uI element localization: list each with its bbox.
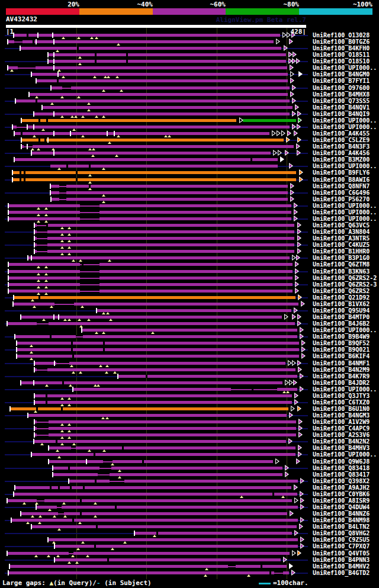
hit-label[interactable]: UniRef100_B4NM98 [313,517,370,523]
hit-label[interactable]: UniRef100_O97600 [313,85,370,91]
hsp-bar[interactable] [52,473,282,476]
hit-label[interactable]: UniRef100_B0TGZ6 [313,38,370,45]
hit-label[interactable]: UniRef100_A4K456 [313,150,370,156]
hsp-bar[interactable] [41,106,293,109]
hit-label[interactable]: UniRef100_O13028 [313,32,370,38]
hsp-bar[interactable] [34,230,294,233]
hsp-bar[interactable] [48,460,273,463]
hit-label[interactable]: UniRef100_Q3JTY3 [313,393,370,399]
hit-label[interactable]: UniRef100_B4NQV1 [313,104,370,111]
hit-label[interactable]: UniRef100_A4K455 [313,130,370,137]
hsp-bar[interactable] [8,204,291,207]
hit-label[interactable]: UniRef100_A3N804 [313,229,370,235]
hsp-bar[interactable] [34,433,296,436]
hsp-bar[interactable] [7,322,295,325]
hit-label[interactable]: UniRef100_C9Z5U5 [313,536,370,543]
hit-label[interactable]: UniRef100_UPI000.. [313,203,377,209]
hsp-bar[interactable] [9,565,287,568]
hsp-bar[interactable] [20,316,282,319]
hit-label[interactable]: UniRef100_B9QF52 [313,340,370,346]
hsp-bar[interactable] [50,198,288,201]
hit-label[interactable]: UniRef100_B9Q021 [313,346,370,353]
hit-label[interactable]: UniRef100_B1VX62 [313,301,370,307]
hsp-bar[interactable] [16,342,299,345]
hit-label[interactable]: UniRef100_A2S3V6 [313,432,370,438]
hit-label[interactable]: UniRef100_C7PXQ7 [313,543,370,550]
hsp-bar[interactable] [34,250,294,253]
hit-label[interactable]: UniRef100_B4JDR2 [313,380,370,386]
hit-label[interactable]: UniRef100_O18510 [313,58,370,65]
hsp-bar[interactable] [21,119,236,122]
hsp-bar[interactable] [16,355,299,358]
hsp-bar[interactable] [8,270,293,273]
hsp-bar[interactable] [68,480,298,483]
hit-label[interactable]: UniRef100_B6KIF4 [313,353,370,359]
hsp-bar[interactable] [34,243,294,246]
hsp-bar[interactable] [8,263,293,266]
hsp-bar[interactable] [36,79,288,82]
hit-label[interactable]: UniRef100_B4MHV3 [313,445,370,451]
hsp-bar[interactable] [31,453,296,456]
hsp-bar-segment[interactable] [243,119,296,122]
hit-label[interactable]: UniRef100_B3MZ00 [313,156,370,163]
hsp-bar[interactable] [9,407,288,410]
hit-label[interactable]: UniRef100_B7FYI1 [313,78,370,84]
hsp-bar[interactable] [15,99,290,102]
hsp-bar[interactable] [47,538,298,541]
hsp-bar[interactable] [47,53,286,56]
hsp-bar[interactable] [31,73,288,76]
hsp-bar[interactable] [34,420,296,423]
hit-label[interactable]: UniRef100_B4NMF1 [313,360,370,367]
hit-label[interactable]: UniRef100_B4MTP0 [313,314,370,320]
hsp-bar[interactable] [8,217,291,220]
hit-label[interactable]: UniRef100_B3P1G0 [313,255,370,261]
hit-label[interactable]: UniRef100_C0YBK6 [313,491,370,497]
hit-label[interactable]: UniRef100_UPI000.. [313,163,377,169]
hsp-bar[interactable] [81,329,297,332]
hit-label[interactable]: UniRef100_B6U1N0 [313,406,370,412]
hsp-bar[interactable] [117,375,297,378]
hit-label[interactable]: UniRef100_O18511 [313,52,370,58]
hit-label[interactable]: UniRef100_Q6ZTM8 [313,261,370,268]
hit-label[interactable]: UniRef100_C6G496 [313,189,370,196]
hit-label[interactable]: UniRef100_B4N2N2 [313,438,370,445]
hsp-bar[interactable] [21,139,284,142]
hit-label[interactable]: UniRef100_UPI000.. [313,124,377,130]
hit-label[interactable]: UniRef100_A3NTR5 [313,235,370,242]
hit-label[interactable]: UniRef100_C5LZE9 [313,137,370,143]
hsp-bar[interactable] [54,558,281,561]
hit-label[interactable]: UniRef100_Q4VT05 [313,550,370,557]
hsp-bar[interactable] [8,290,293,293]
hsp-bar[interactable] [7,40,274,43]
hit-label[interactable]: UniRef100_Q4DUW4 [313,504,370,510]
hsp-bar[interactable] [31,152,271,155]
hsp-bar[interactable] [50,191,288,194]
hit-label[interactable]: UniRef100_B4NGM0 [313,71,370,78]
hsp-bar[interactable] [14,335,297,338]
hsp-bar[interactable] [14,486,291,489]
hsp-bar[interactable] [8,277,293,279]
hsp-bar[interactable] [27,414,287,417]
hit-label[interactable]: UniRef100_UPI000.. [313,327,377,333]
hsp-bar[interactable] [34,237,294,240]
hit-label[interactable]: UniRef100_UPI000.. [313,117,377,124]
hit-label[interactable]: UniRef100_UPI000.. [313,386,377,393]
hit-label[interactable]: UniRef100_Q6ZRS2-3 [313,281,377,288]
hit-label[interactable]: UniRef100_A8ISR9 [313,497,370,504]
hit-label[interactable]: UniRef100_Q6ZRS2-2 [313,275,377,281]
hit-label[interactable]: UniRef100_B9FLY6 [313,169,370,176]
hit-label[interactable]: UniRef100_B9B4W9 [313,333,370,340]
hit-label[interactable]: UniRef100_B3KN63 [313,268,370,275]
hsp-bar[interactable] [27,256,290,259]
hit-label[interactable]: UniRef100_Q95U94 [313,307,370,314]
hsp-bar[interactable] [34,401,292,404]
hit-label[interactable]: UniRef100_B4MHV2 [313,563,370,570]
hit-label[interactable]: UniRef100_B4LTN2 [313,523,370,530]
hit-label[interactable]: UniRef100_B1HHR0 [313,248,370,255]
hsp-bar[interactable] [8,211,291,214]
hit-label[interactable]: UniRef100_C6TXZ0 [313,399,370,406]
hsp-bar[interactable] [50,185,288,188]
hsp-bar[interactable] [20,381,282,384]
hsp-bar[interactable] [48,446,296,449]
hit-label[interactable]: UniRef100_Q63VC5 [313,222,370,229]
